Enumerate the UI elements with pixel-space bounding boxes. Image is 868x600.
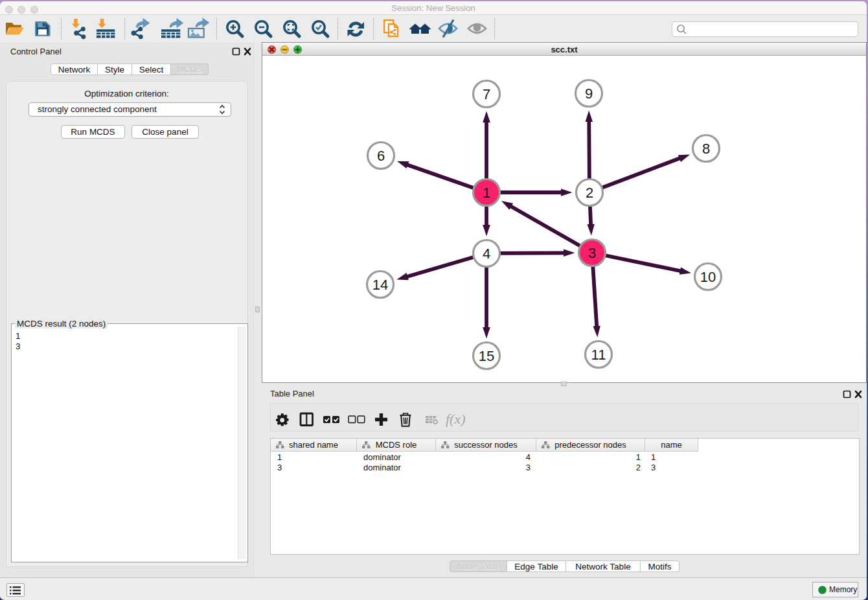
svg-text:8: 8 [702,141,710,157]
svg-text:f(x): f(x) [446,411,466,427]
svg-text:7: 7 [483,86,490,102]
svg-text:15: 15 [479,348,494,364]
svg-text:4: 4 [483,246,490,262]
svg-text:2: 2 [586,185,593,201]
svg-text:3: 3 [588,245,596,261]
svg-text:9: 9 [585,86,593,102]
svg-text:11: 11 [591,347,606,363]
svg-text:14: 14 [372,277,388,293]
svg-text:6: 6 [377,148,385,164]
svg-text:1: 1 [483,185,490,201]
svg-text:10: 10 [700,269,716,285]
